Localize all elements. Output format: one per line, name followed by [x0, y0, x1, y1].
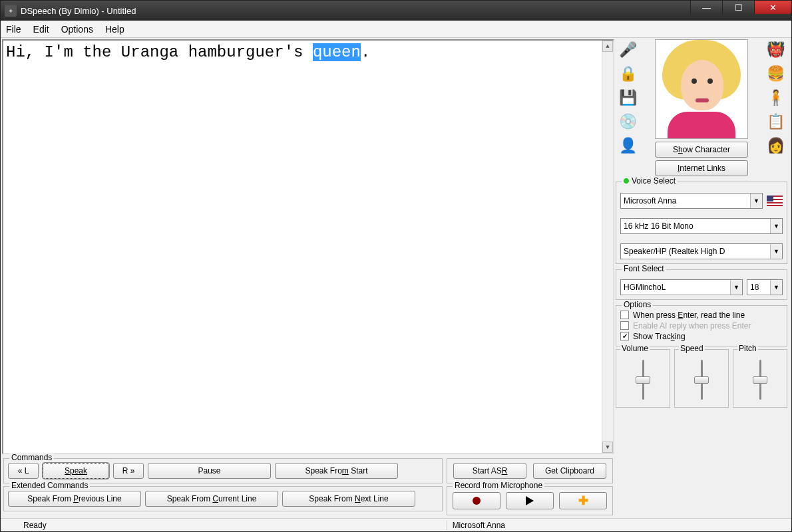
- chevron-down-icon: ▼: [770, 244, 782, 259]
- flag-icon: [767, 196, 783, 206]
- close-button[interactable]: ✕: [754, 1, 791, 14]
- text-editor[interactable]: Hi, I'm the Uranga hamburguer's queen. ▲…: [2, 39, 614, 454]
- commands-group: Commands « L Speak R » Pause Speak From …: [3, 458, 443, 483]
- slider-thumb[interactable]: [694, 376, 709, 384]
- play-icon: [526, 496, 534, 505]
- show-character-button[interactable]: Show Character: [655, 142, 748, 158]
- status-voice: Microsoft Anna: [447, 521, 505, 530]
- option-read-line-label: When press Enter, read the line: [633, 311, 745, 320]
- figure-icon[interactable]: 🧍: [765, 87, 786, 108]
- record-button[interactable]: [453, 492, 500, 509]
- window-title: DSpeech (By Dimio) - Untitled: [21, 6, 690, 16]
- font-select-value: HGMinchoL: [624, 283, 666, 292]
- voice-select-value: Microsoft Anna: [624, 196, 676, 205]
- volume-slider[interactable]: [619, 356, 667, 403]
- checkbox-icon: [620, 311, 629, 319]
- left-icon-column: 🎤 🔒 💾 💿 👤: [616, 39, 640, 176]
- monster-icon[interactable]: 👹: [765, 39, 786, 61]
- content-area: Hi, I'm the Uranga hamburguer's queen. ▲…: [1, 38, 791, 518]
- font-select-group: Font Select HGMinchoL ▼ 18 ▼: [616, 269, 787, 300]
- voice-select-legend: Voice Select: [622, 176, 678, 186]
- sliders-row: Volume Speed Pitch: [616, 349, 787, 408]
- start-asr-button[interactable]: Start ASR: [453, 463, 526, 479]
- volume-label: Volume: [620, 344, 650, 353]
- speak-prev-line-button[interactable]: Speak From Previous Line: [8, 491, 141, 507]
- chevron-down-icon: ▼: [770, 219, 782, 233]
- add-button[interactable]: ✚: [559, 492, 607, 509]
- pitch-label: Pitch: [737, 344, 758, 353]
- menu-edit[interactable]: Edit: [33, 24, 49, 35]
- device-select[interactable]: Speaker/HP (Realtek High D ▼: [620, 243, 783, 259]
- extended-commands-group: Extended Commands Speak From Previous Li…: [3, 486, 443, 511]
- avatar-box: Show Character Internet Links: [641, 39, 762, 176]
- right-channel-button[interactable]: R »: [113, 463, 144, 479]
- record-icon: [473, 497, 481, 505]
- pause-button[interactable]: Pause: [148, 463, 271, 479]
- font-size-select[interactable]: 18 ▼: [747, 279, 783, 295]
- option-ai-reply: Enable AI reply when press Enter: [620, 321, 783, 331]
- voice-select-group: Voice Select Microsoft Anna ▼ 16 kHz 16 …: [616, 182, 787, 264]
- avatar-small-2-icon[interactable]: 👩: [765, 135, 786, 156]
- lock-icon[interactable]: 🔒: [617, 63, 638, 84]
- slider-thumb[interactable]: [636, 376, 650, 384]
- pitch-slider[interactable]: [736, 356, 784, 403]
- editor-scrollbar[interactable]: ▲ ▼: [602, 41, 613, 453]
- slider-thumb[interactable]: [753, 376, 767, 384]
- font-select-legend: Font Select: [622, 264, 666, 273]
- maximize-button[interactable]: ☐: [722, 1, 754, 14]
- minimize-button[interactable]: —: [690, 1, 722, 14]
- options-legend: Options: [622, 300, 653, 309]
- app-icon: ✦: [5, 5, 17, 17]
- scroll-up-icon[interactable]: ▲: [602, 41, 613, 52]
- speed-label: Speed: [679, 344, 705, 353]
- option-read-line[interactable]: When press Enter, read the line: [620, 310, 783, 321]
- text-highlighted: queen: [313, 43, 361, 61]
- left-channel-button[interactable]: « L: [8, 463, 39, 479]
- checkbox-checked-icon: ✔: [620, 332, 629, 340]
- menu-file[interactable]: File: [6, 24, 21, 35]
- microphone-icon[interactable]: 🎤: [617, 39, 638, 61]
- bottom-panels: Commands « L Speak R » Pause Speak From …: [2, 454, 614, 517]
- device-select-value: Speaker/HP (Realtek High D: [624, 247, 725, 256]
- window-buttons: — ☐ ✕: [690, 1, 791, 21]
- scroll-down-icon[interactable]: ▼: [602, 442, 613, 453]
- internet-links-button[interactable]: Internet Links: [655, 160, 748, 176]
- option-show-tracking[interactable]: ✔ Show Tracking: [620, 331, 783, 342]
- format-select-value: 16 kHz 16 Bit Mono: [624, 221, 693, 231]
- record-group: Record from Microphone ✚: [447, 486, 613, 515]
- menu-options[interactable]: Options: [61, 24, 93, 35]
- burger-icon[interactable]: 🍔: [765, 63, 786, 84]
- font-size-value: 18: [750, 283, 759, 292]
- speed-slider[interactable]: [678, 356, 725, 403]
- right-column: 🎤 🔒 💾 💿 👤 Show Character Internet Links: [616, 39, 790, 517]
- options-group: Options When press Enter, read the line …: [616, 305, 787, 346]
- get-clipboard-button[interactable]: Get Clipboard: [533, 463, 606, 479]
- font-select[interactable]: HGMinchoL ▼: [620, 279, 743, 295]
- option-show-tracking-label: Show Tracking: [633, 332, 686, 341]
- disc-icon[interactable]: 💿: [617, 111, 638, 132]
- character-avatar: [655, 39, 748, 139]
- clipboard-icon[interactable]: 📋: [765, 111, 786, 132]
- extended-commands-legend: Extended Commands: [9, 481, 90, 490]
- avatar-small-1-icon[interactable]: 👤: [617, 135, 638, 156]
- commands-legend: Commands: [9, 453, 54, 462]
- left-column: Hi, I'm the Uranga hamburguer's queen. ▲…: [2, 39, 614, 517]
- voice-select[interactable]: Microsoft Anna ▼: [620, 193, 763, 209]
- text-before: Hi, I'm the Uranga hamburguer's: [6, 43, 313, 61]
- chevron-down-icon: ▼: [730, 280, 742, 295]
- chevron-down-icon: ▼: [770, 280, 782, 295]
- chevron-down-icon: ▼: [750, 194, 762, 208]
- menu-help[interactable]: Help: [105, 24, 124, 35]
- statusbar: Ready Microsoft Anna: [1, 518, 791, 531]
- app-window: ✦ DSpeech (By Dimio) - Untitled — ☐ ✕ Fi…: [0, 0, 792, 532]
- speak-button[interactable]: Speak: [43, 463, 109, 479]
- text-after: .: [361, 43, 370, 61]
- speak-from-start-button[interactable]: Speak From Start: [275, 463, 398, 479]
- titlebar: ✦ DSpeech (By Dimio) - Untitled — ☐ ✕: [1, 1, 791, 21]
- speak-next-line-button[interactable]: Speak From Next Line: [282, 491, 415, 507]
- play-button[interactable]: [506, 492, 554, 509]
- format-select[interactable]: 16 kHz 16 Bit Mono ▼: [620, 218, 783, 234]
- save-icon[interactable]: 💾: [617, 87, 638, 108]
- menubar: File Edit Options Help: [1, 21, 791, 38]
- speak-curr-line-button[interactable]: Speak From Current Line: [145, 491, 278, 507]
